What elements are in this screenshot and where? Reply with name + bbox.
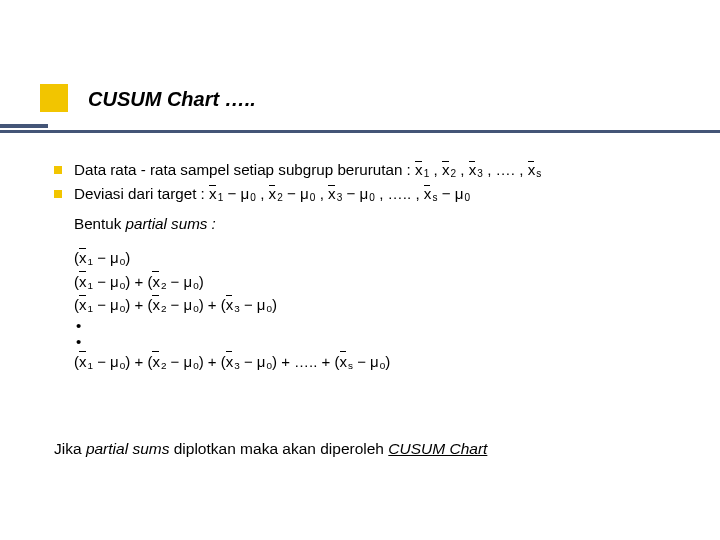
bullet-icon <box>54 190 62 198</box>
line-data-rata: Data rata - rata sampel setiap subgrup b… <box>54 160 674 181</box>
ps-row-2: (x1 − μ0) + (x2 − μ0) <box>74 271 674 294</box>
slide-title: CUSUM Chart ….. <box>88 88 256 111</box>
ps-row-1: (x1 − μ0) <box>74 247 674 270</box>
vdots-1: • <box>76 318 674 335</box>
rule-long <box>0 130 720 133</box>
partial-sums-block: (x1 − μ0) (x1 − μ0) + (x2 − μ0) (x1 − μ0… <box>74 247 674 373</box>
footer-text: Jika partial sums diplotkan maka akan di… <box>54 440 487 458</box>
vdots-2: • <box>76 334 674 351</box>
bullet-icon <box>54 166 62 174</box>
ps-row-s: (x1 − μ0) + (x2 − μ0) + (x3 − μ0) + ….. … <box>74 351 674 374</box>
line-bentuk: Bentuk partial sums : <box>74 214 674 235</box>
content-area: Data rata - rata sampel setiap subgrup b… <box>54 160 674 374</box>
line-deviasi: Deviasi dari target : x1 − μ0 , x2 − μ0 … <box>54 184 674 205</box>
rule-short <box>0 124 48 128</box>
ps-row-3: (x1 − μ0) + (x2 − μ0) + (x3 − μ0) <box>74 294 674 317</box>
title-bullet-square <box>40 84 68 112</box>
